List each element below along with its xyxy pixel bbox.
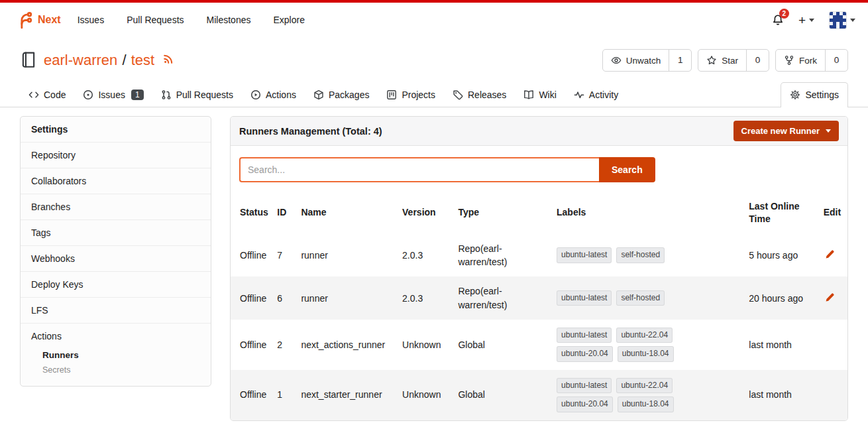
sidebar-item-collaborators[interactable]: Collaborators (21, 168, 211, 194)
sidebar-item-secrets[interactable]: Secrets (31, 363, 200, 377)
project-icon (386, 90, 397, 100)
runner-labels: ubuntu-latest self-hosted (557, 247, 694, 263)
runner-id: 7 (272, 234, 296, 277)
home-logo-link[interactable]: Next (9, 11, 66, 30)
repo-owner-link[interactable]: earl-warren (44, 52, 117, 68)
nav-issues[interactable]: Issues (66, 15, 115, 25)
runner-last-online: last month (743, 370, 818, 420)
tab-code[interactable]: Code (20, 83, 74, 107)
star-button-group: Star 0 (698, 49, 769, 72)
runners-panel: Runners Management (Total: 4) Create new… (230, 116, 848, 421)
fork-button-group: Fork 0 (775, 49, 848, 72)
tab-actions[interactable]: Actions (242, 83, 305, 107)
runner-status: Offline (231, 276, 272, 320)
edit-runner-button[interactable] (824, 291, 836, 304)
runner-name: next_starter_runner (296, 370, 397, 420)
top-navbar: Next Issues Pull Requests Milestones Exp… (0, 3, 868, 37)
col-status: Status (231, 192, 272, 234)
repo-name-link[interactable]: test (131, 52, 154, 68)
caret-down-icon (809, 19, 814, 22)
runner-id: 2 (272, 320, 296, 370)
sidebar-item-actions[interactable]: Actions (31, 331, 200, 341)
eye-icon (611, 55, 622, 66)
runner-last-online: 5 hours ago (743, 234, 818, 277)
sidebar-item-tags[interactable]: Tags (21, 219, 211, 245)
tab-activity[interactable]: Activity (565, 83, 627, 107)
col-id: ID (272, 192, 296, 234)
pulse-icon (574, 90, 584, 100)
runners-panel-header: Runners Management (Total: 4) Create new… (231, 117, 847, 146)
sidebar-item-lfs[interactable]: LFS (21, 297, 211, 323)
fork-label: Fork (799, 56, 817, 66)
sidebar-item-branches[interactable]: Branches (21, 194, 211, 219)
runner-type: Repo(earl-warren/test) (458, 242, 543, 269)
play-circle-icon (250, 90, 261, 100)
rss-feed-icon[interactable] (163, 53, 174, 64)
tab-label: Code (44, 90, 66, 100)
sidebar-group-actions: Actions Runners Secrets (21, 323, 211, 386)
tab-issues[interactable]: Issues 1 (74, 83, 152, 107)
runner-type: Global (458, 388, 543, 401)
runner-status: Offline (231, 370, 272, 420)
repo-header: earl-warren / test Unwatch 1 Star (0, 37, 868, 78)
sidebar-item-webhooks[interactable]: Webhooks (21, 245, 211, 271)
plus-icon: + (798, 14, 806, 27)
avatar (829, 11, 847, 29)
pencil-icon (825, 249, 835, 259)
unwatch-label: Unwatch (626, 56, 661, 66)
tab-releases[interactable]: Releases (444, 83, 515, 107)
unwatch-button[interactable]: Unwatch (603, 50, 669, 71)
runner-type: Global (458, 338, 543, 351)
nav-pull-requests[interactable]: Pull Requests (115, 15, 195, 25)
label-pill: ubuntu-latest (557, 247, 612, 263)
nav-milestones[interactable]: Milestones (195, 15, 262, 25)
forks-count[interactable]: 0 (825, 50, 847, 71)
star-icon (706, 55, 717, 66)
tab-pull-requests[interactable]: Pull Requests (152, 83, 242, 107)
issues-count-badge: 1 (131, 90, 144, 100)
col-name: Name (296, 192, 397, 234)
tab-wiki[interactable]: Wiki (515, 83, 565, 107)
forgejo-logo-icon (15, 11, 34, 30)
stars-count[interactable]: 0 (746, 50, 769, 71)
runner-labels: ubuntu-latest ubuntu-22.04 ubuntu-20.04 … (557, 378, 694, 412)
col-last-online: Last Online Time (743, 192, 818, 234)
runner-last-online: 20 hours ago (743, 276, 818, 320)
search-button[interactable]: Search (599, 157, 655, 182)
gear-icon (790, 90, 800, 100)
create-new-menu[interactable]: + (795, 11, 818, 29)
notifications-button[interactable]: 2 (769, 11, 787, 29)
tab-settings[interactable]: Settings (781, 82, 848, 107)
search-input[interactable] (239, 157, 599, 182)
tab-label: Packages (329, 90, 369, 100)
sidebar-item-repository[interactable]: Repository (21, 142, 211, 168)
runner-version: Unknown (397, 320, 453, 370)
tab-projects[interactable]: Projects (378, 83, 444, 107)
runners-table: Status ID Name Version Type Labels Last … (231, 192, 847, 420)
tab-packages[interactable]: Packages (305, 83, 378, 107)
sidebar-item-deploy-keys[interactable]: Deploy Keys (21, 271, 211, 297)
star-button[interactable]: Star (698, 50, 746, 71)
col-version: Version (397, 192, 453, 234)
create-runner-label: Create new Runner (741, 126, 820, 136)
watchers-count[interactable]: 1 (669, 50, 691, 71)
settings-sidebar: Settings Repository Collaborators Branch… (20, 116, 211, 387)
runner-version: Unknown (397, 370, 453, 420)
nav-explore[interactable]: Explore (262, 15, 315, 25)
user-menu[interactable] (826, 9, 859, 32)
runner-status: Offline (231, 320, 272, 370)
package-icon (313, 90, 324, 100)
watch-button-group: Unwatch 1 (602, 49, 692, 72)
table-row: Offline 1 next_starter_runner Unknown Gl… (231, 370, 847, 420)
settings-content: Settings Repository Collaborators Branch… (0, 107, 868, 421)
runner-last-online: last month (743, 320, 818, 370)
label-pill: self-hosted (616, 247, 665, 263)
fork-button[interactable]: Fork (776, 50, 825, 71)
tab-label: Settings (805, 90, 839, 100)
repo-title: earl-warren / test (20, 52, 174, 69)
create-runner-button[interactable]: Create new Runner (733, 121, 839, 141)
edit-runner-button[interactable] (824, 248, 836, 261)
label-pill: ubuntu-18.04 (618, 396, 674, 412)
runner-version: 2.0.3 (397, 276, 453, 320)
sidebar-item-runners[interactable]: Runners (31, 347, 200, 363)
